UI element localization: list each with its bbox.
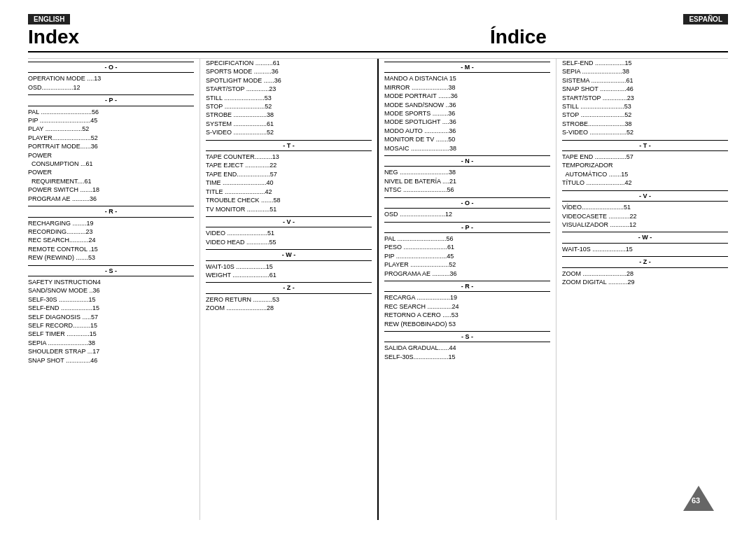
entry-programa-ae: PROGRAMA AE ..........36 <box>384 269 550 278</box>
english-badge: ENGLISH <box>28 14 70 24</box>
entry-operation-mode: OPERATION MODE ....13 <box>28 74 194 83</box>
entry-stop-es: STOP .........................52 <box>562 111 728 119</box>
entry-video-head: VIDEO HEAD .............55 <box>206 238 372 246</box>
entry-stop-en: STOP .......................52 <box>206 102 372 111</box>
entry-svideo-en: S-VIDEO ...................52 <box>206 128 372 136</box>
entry-pip: PIP .............................45 <box>28 116 194 125</box>
entry-pal: PAL .............................56 <box>28 108 194 116</box>
english-col2: SPECIFICATION ..........61 SPORTS MODE .… <box>200 59 379 520</box>
entry-still-es: STILL .........................53 <box>562 102 728 111</box>
page-badge-triangle: 63 <box>683 486 714 511</box>
section-header-p-en1: - P - <box>28 94 194 106</box>
entry-tape-counter: TAPE COUNTER..........13 <box>206 153 372 161</box>
entry-rec-search-es: REC SEARCH ..............24 <box>384 302 550 311</box>
section-header-r-en1: - R - <box>28 206 194 217</box>
entry-snap-shot-es: SNAP SHOT ...............46 <box>562 85 728 93</box>
entry-zoom-es: ZOOM .........................28 <box>562 269 728 278</box>
entry-player-es: PLAYER ......................52 <box>384 260 550 269</box>
entry-spotlight-mode: SPOTLIGHT MODE ......36 <box>206 76 372 85</box>
entry-self-end-es: SELF-END .................15 <box>562 59 728 67</box>
entry-video-es: VÍDEO........................51 <box>562 203 728 211</box>
entry-rec-search: REC SEARCH...........24 <box>28 236 194 244</box>
section-header-o-es1: - O - <box>384 197 550 209</box>
entry-strobe-en: STROBE ...................38 <box>206 111 372 119</box>
entry-automatico: AUTOMÁTICO .......15 <box>562 170 728 178</box>
entry-strobe-es: STROBE.....................38 <box>562 120 728 128</box>
section-header-v-es2: - V - <box>562 190 728 202</box>
entry-salida-gradual: SALIDA GRADUAL......44 <box>384 344 550 352</box>
entry-safety: SAFETY INSTRUCTION4 <box>28 278 194 286</box>
entry-remote-control: REMOTE CONTROL .15 <box>28 245 194 253</box>
entry-self-30s-es: SELF-30S....................15 <box>384 353 550 361</box>
entry-pip-es: PIP .............................45 <box>384 252 550 260</box>
entry-mirror: MIRROR .....................38 <box>384 83 550 92</box>
section-header-o-en1: - O - <box>28 62 194 73</box>
title-row: Index Índice <box>28 26 728 52</box>
entry-portrait-mode: PORTRAIT MODE......36 <box>28 142 194 150</box>
entry-sepia-es: SEPIA .......................38 <box>562 67 728 76</box>
entry-time: TIME .........................40 <box>206 178 372 187</box>
entry-mode-sports: MODE SPORTS .........36 <box>384 109 550 118</box>
entry-power: POWER <box>28 151 194 160</box>
entry-ntsc: NTSC .........................56 <box>384 185 550 194</box>
entry-snap-shot-en: SNAP SHOT ..............46 <box>28 356 194 365</box>
section-header-z-es2: - Z - <box>562 256 728 267</box>
entry-self-30s: SELF-30S .................15 <box>28 295 194 304</box>
entry-mando: MANDO A DISTANCIA 15 <box>384 74 550 83</box>
entry-monitor-tv: MONITOR DE TV .......50 <box>384 135 550 143</box>
index-title: Index <box>28 26 266 48</box>
spanish-col1: - M - MANDO A DISTANCIA 15 MIRROR ......… <box>379 59 556 520</box>
section-header-v-en2: - V - <box>206 216 372 227</box>
entry-self-diagnosis: SELF DIAGNOSIS .....57 <box>28 313 194 321</box>
section-header-w-en2: - W - <box>206 249 372 260</box>
entry-trouble-check: TROUBLE CHECK .......58 <box>206 196 372 204</box>
entry-specification: SPECIFICATION ..........61 <box>206 59 372 67</box>
entry-tape-eject: TAPE EJECT ..............22 <box>206 161 372 169</box>
entry-self-record: SELF RECORD..........15 <box>28 321 194 330</box>
entry-self-end: SELF-END ..................15 <box>28 304 194 312</box>
entry-videocasete: VIDEOCASETE ............22 <box>562 212 728 220</box>
entry-still-en: STILL .......................53 <box>206 94 372 102</box>
entry-osd-es: OSD ..........................12 <box>384 210 550 218</box>
entry-rew-rebobinado: REW (REBOBINADO) 53 <box>384 320 550 328</box>
entry-system: SYSTEM ...................61 <box>206 120 372 128</box>
entry-recharging: RECHARGING ........19 <box>28 219 194 227</box>
entry-svideo-es: S-VIDEO .....................52 <box>562 128 728 136</box>
entry-recarga: RECARGA ...................19 <box>384 293 550 302</box>
english-col1: - O - OPERATION MODE ....13 OSD.........… <box>28 59 200 520</box>
entry-tape-end-en: TAPE END...................57 <box>206 170 372 178</box>
entry-recording: RECORDING...........23 <box>28 227 194 236</box>
entry-neg: NEG ............................38 <box>384 168 550 176</box>
entry-nivel-bateria: NIVEL DE BATERÍA ....21 <box>384 177 550 185</box>
espanol-badge: ESPAÑOL <box>683 14 728 24</box>
entry-weight: WEIGHT .....................61 <box>206 271 372 279</box>
entry-tv-monitor: TV MONITOR .............51 <box>206 205 372 213</box>
entry-zoom-digital: ZOOM DIGITAL ...........29 <box>562 278 728 286</box>
entry-titulo: TÍTULO ......................42 <box>562 178 728 187</box>
entry-sepia-en: SEPIA .......................38 <box>28 339 194 347</box>
section-header-p-es1: - P - <box>384 222 550 233</box>
entry-visualizador: VISUALIZADOR ...........12 <box>562 220 728 229</box>
entry-player: PLAYER......................52 <box>28 134 194 142</box>
entry-consumption: CONSUMPTION ...61 <box>28 160 194 168</box>
entry-mode-sand-snow: MODE SAND/SNOW ..36 <box>384 101 550 109</box>
entry-self-timer: SELF TIMER .............15 <box>28 330 194 338</box>
entry-rew-rewind: REW (REWIND) .......53 <box>28 253 194 262</box>
entry-peso: PESO .........................61 <box>384 243 550 251</box>
page-badge-area: 63 <box>683 486 714 513</box>
section-header-r-es1: - R - <box>384 281 550 292</box>
entry-zero-return: ZERO RETURN ...........53 <box>206 295 372 304</box>
entry-retorno-cero: RETORNO A CERO .....53 <box>384 311 550 319</box>
entry-sand-snow: SAND/SNOW MODE ..36 <box>28 286 194 295</box>
section-header-m-es1: - M - <box>384 62 550 73</box>
entry-shoulder-strap: SHOULDER STRAP ...17 <box>28 347 194 356</box>
section-header-s-es1: - S - <box>384 331 550 342</box>
entry-power-switch: POWER SWITCH .......18 <box>28 185 194 194</box>
section-header-t-en2: - T - <box>206 140 372 151</box>
content-columns: - O - OPERATION MODE ....13 OSD.........… <box>28 58 728 520</box>
entry-zoom-en: ZOOM .......................28 <box>206 304 372 312</box>
page-container: ENGLISH ESPAÑOL Index Índice - O - OPERA… <box>0 0 756 534</box>
entry-sports-mode: SPORTS MODE ..........36 <box>206 67 372 76</box>
entry-wait-10s-es: WAIT-10S ...................15 <box>562 245 728 253</box>
entry-sistema: SISTEMA ....................61 <box>562 76 728 85</box>
